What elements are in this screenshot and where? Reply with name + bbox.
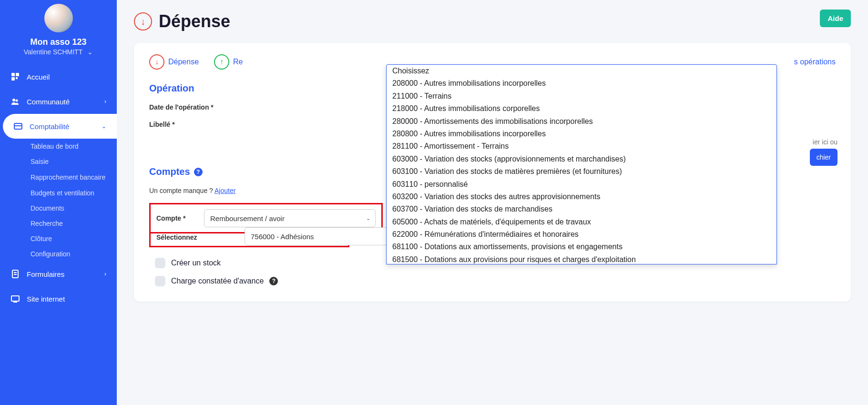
dropdown-option[interactable]: 280000 - Amortissements des immobilisati…: [387, 115, 776, 128]
sidebar-item-label: Formulaires: [27, 270, 64, 278]
expense-icon: ↓: [134, 12, 152, 30]
sidebar-sub-rapprochement[interactable]: Rapprochement bancaire: [31, 169, 117, 185]
sidebar-sub-documents[interactable]: Documents: [31, 201, 117, 216]
tab-depense[interactable]: ↓ Dépense: [149, 54, 199, 70]
tab-mes-operations[interactable]: s opérations: [794, 58, 836, 66]
charge-checkbox[interactable]: [155, 276, 165, 286]
chevron-right-icon: ›: [104, 98, 106, 105]
arrow-up-icon: ↑: [214, 54, 229, 70]
sidebar-submenu: Tableau de bord Saisie Rapprochement ban…: [0, 139, 117, 262]
sidebar-item-formulaires[interactable]: Formulaires ›: [0, 262, 117, 286]
checkbox-charge-row: Charge constatée d'avance ?: [149, 272, 836, 290]
sidebar-item-label: Site internet: [27, 295, 65, 303]
page-header: ↓ Dépense: [134, 11, 851, 31]
svg-rect-0: [11, 73, 15, 76]
chevron-down-icon: ⌄: [102, 123, 106, 130]
user-dropdown[interactable]: Valentine SCHMITT ⌄: [0, 48, 117, 64]
sidebar-sub-cloture[interactable]: Clôture: [31, 231, 117, 246]
sidebar-item-comptabilite[interactable]: Comptabilité ⌄: [3, 114, 117, 139]
sidebar-item-label: Comptabilité: [30, 122, 69, 131]
help-button[interactable]: Aide: [820, 10, 851, 27]
svg-rect-3: [16, 77, 18, 79]
help-icon[interactable]: ?: [194, 168, 203, 176]
svg-rect-1: [16, 73, 19, 76]
chevron-right-icon: ›: [104, 271, 106, 277]
svg-rect-11: [11, 296, 19, 301]
user-name: Valentine SCHMITT: [24, 48, 82, 56]
dropdown-option[interactable]: 218000 - Autres immobilisations corporel…: [387, 102, 776, 115]
sidebar-sub-saisie[interactable]: Saisie: [31, 154, 117, 169]
section-comptes: Comptes ?: [149, 166, 203, 177]
dropdown-option[interactable]: Choisissez: [387, 65, 776, 77]
select-value: 756000 - Adhésions: [251, 233, 314, 241]
dropdown-option[interactable]: 603110 - personnalisé: [387, 178, 776, 191]
dropdown-option[interactable]: 211000 - Terrains: [387, 90, 776, 102]
compte-dropdown-list[interactable]: Choisissez208000 - Autres immobilisation…: [386, 64, 777, 264]
page-title: Dépense: [159, 11, 230, 31]
dropdown-option[interactable]: 681500 - Dotations aux provisions pour r…: [387, 253, 776, 264]
sidebar-sub-tableau[interactable]: Tableau de bord: [31, 139, 117, 154]
help-icon[interactable]: ?: [269, 277, 278, 285]
form-icon: [10, 269, 20, 279]
sidebar-item-label: Communauté: [27, 98, 70, 106]
sidebar: Mon asso 123 Valentine SCHMITT ⌄ Accueil…: [0, 0, 117, 405]
tab-label: Dépense: [168, 58, 199, 66]
svg-point-4: [12, 99, 15, 101]
file-drop-hint: ier ici ou: [810, 138, 837, 146]
sidebar-sub-config[interactable]: Configuration: [31, 246, 117, 262]
sidebar-item-siteinternet[interactable]: Site internet: [0, 286, 117, 311]
dropdown-option[interactable]: 208000 - Autres immobilisations incorpor…: [387, 77, 776, 90]
dropdown-option[interactable]: 603100 - Variation des stocks de matière…: [387, 165, 776, 178]
accounting-icon: [13, 122, 23, 131]
select-value: Remboursement / avoir: [210, 214, 285, 223]
compte-label: Compte *: [156, 214, 193, 222]
avatar[interactable]: [44, 4, 73, 32]
stock-label: Créer un stock: [171, 259, 221, 267]
chevron-down-icon: ⌄: [87, 48, 93, 56]
dropdown-option[interactable]: 605000 - Achats de matériels, d'équipeme…: [387, 216, 776, 228]
svg-point-5: [16, 100, 18, 102]
add-account-link[interactable]: Ajouter: [214, 187, 235, 194]
stock-checkbox[interactable]: [155, 258, 165, 268]
home-icon: [10, 72, 20, 81]
svg-rect-2: [11, 77, 15, 81]
dropdown-option[interactable]: 681100 - Dotations aux amortissements, p…: [387, 241, 776, 253]
dropdown-option[interactable]: 603200 - Variation des stocks des autres…: [387, 191, 776, 203]
community-icon: [10, 97, 20, 106]
missing-text: Un compte manque ?: [149, 187, 213, 194]
arrow-down-icon: ↓: [149, 54, 164, 70]
tab-label: s opérations: [794, 58, 836, 66]
caret-icon: ⌄: [366, 215, 370, 222]
dropdown-option[interactable]: 603000 - Variation des stocks (approvisi…: [387, 153, 776, 165]
tab-recette[interactable]: ↑ Re: [214, 54, 243, 70]
sidebar-sub-budgets[interactable]: Budgets et ventilation: [31, 185, 117, 201]
website-icon: [10, 294, 20, 304]
org-name: Mon asso 123: [0, 37, 117, 47]
dropdown-option[interactable]: 281100 - Amortissement - Terrains: [387, 140, 776, 152]
main-content: Aide ↓ Dépense ↓ Dépense ↑ Re s opératio…: [117, 0, 868, 405]
file-drop-zone[interactable]: ier ici ou chier: [810, 138, 837, 166]
selectionnez-label: Sélectionnez: [156, 233, 214, 241]
dropdown-option[interactable]: 280800 - Autres immobilisations incorpor…: [387, 128, 776, 140]
charge-label: Charge constatée d'avance: [171, 277, 264, 285]
dropdown-option[interactable]: 622000 - Rémunérations d'intermédiaires …: [387, 228, 776, 241]
sidebar-sub-recherche[interactable]: Recherche: [31, 216, 117, 231]
compte-select[interactable]: Remboursement / avoir ⌄: [204, 209, 376, 227]
sidebar-item-accueil[interactable]: Accueil: [0, 64, 117, 89]
date-label: Date de l'opération *: [149, 103, 245, 111]
sidebar-item-label: Accueil: [27, 73, 50, 81]
libelle-label: Libellé *: [149, 121, 245, 128]
tab-label: Re: [233, 58, 243, 66]
comptes-label: Comptes: [149, 166, 190, 177]
sidebar-item-communaute[interactable]: Communauté ›: [0, 89, 117, 114]
file-button[interactable]: chier: [810, 149, 837, 166]
dropdown-option[interactable]: 603700 - Variation des stocks de marchan…: [387, 203, 776, 215]
